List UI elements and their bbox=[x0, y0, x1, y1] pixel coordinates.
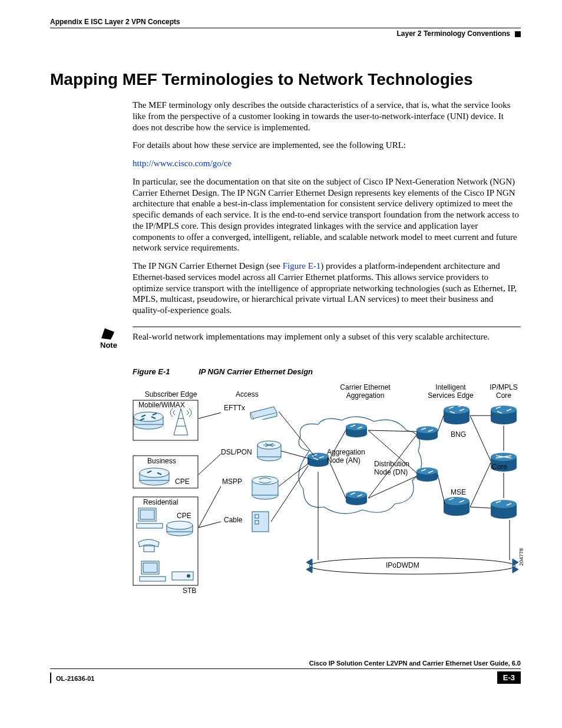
svg-line-61 bbox=[199, 454, 221, 475]
svg-line-79 bbox=[470, 507, 491, 508]
para-text: The IP NGN Carrier Ethernet Design (see bbox=[133, 261, 283, 271]
note-icon-column: Note bbox=[50, 327, 133, 350]
svg-line-77 bbox=[470, 416, 491, 461]
footer-guide-title: Cisco IP Solution Center L2VPN and Carri… bbox=[50, 660, 521, 667]
lbl-ipodwdm: IPoDWDM bbox=[386, 561, 419, 569]
figure-id-number: 204778 bbox=[518, 548, 524, 566]
figure-number: Figure E-1 bbox=[133, 367, 170, 376]
footer-rule bbox=[50, 668, 521, 669]
footer-page-number: E-3 bbox=[497, 671, 521, 684]
figure-diagram: Subscriber Edge Access Carrier Ethernet … bbox=[133, 383, 521, 619]
svg-line-75 bbox=[438, 475, 445, 504]
note-label: Note bbox=[100, 341, 133, 350]
note-block: Note Real-world network implementations … bbox=[50, 327, 521, 350]
svg-line-67 bbox=[271, 466, 308, 522]
paragraph: In particular, see the documentation on … bbox=[133, 176, 521, 253]
svg-line-60 bbox=[199, 413, 221, 419]
header-rule bbox=[50, 28, 521, 28]
svg-line-69 bbox=[330, 463, 346, 498]
footer-ol-number: OL-21636-01 bbox=[56, 675, 94, 682]
url-link[interactable]: http://www.cisco.com/go/ce bbox=[133, 158, 521, 169]
header-right: Layer 2 Terminology Conventions bbox=[50, 29, 521, 38]
svg-line-65 bbox=[281, 451, 309, 459]
note-body: Real-world network implementations may i… bbox=[133, 327, 521, 342]
svg-line-63 bbox=[199, 522, 221, 528]
figure-title: IP NGN Carrier Ethernet Design bbox=[199, 367, 313, 376]
svg-line-73 bbox=[368, 476, 416, 498]
svg-line-64 bbox=[279, 411, 315, 457]
paragraph: The MEF terminology only describes the o… bbox=[133, 100, 521, 133]
figure-ref-link[interactable]: Figure E-1 bbox=[283, 261, 321, 271]
svg-line-70 bbox=[368, 430, 416, 431]
paragraph: The IP NGN Carrier Ethernet Design (see … bbox=[133, 261, 521, 316]
pencil-icon bbox=[100, 327, 118, 340]
document-page: Appendix E ISC Layer 2 VPN Concepts Laye… bbox=[0, 0, 562, 701]
paragraph: For details about how these service are … bbox=[133, 140, 521, 151]
section-title: Mapping MEF Terminologies to Network Tec… bbox=[50, 70, 521, 89]
body-text: The MEF terminology only describes the o… bbox=[133, 100, 521, 316]
svg-line-78 bbox=[470, 463, 491, 507]
svg-line-62 bbox=[199, 486, 221, 528]
page-footer: Cisco IP Solution Center L2VPN and Carri… bbox=[50, 660, 521, 684]
cisco-ce-link[interactable]: http://www.cisco.com/go/ce bbox=[133, 159, 232, 168]
figure-caption: Figure E-1 IP NGN Carrier Ethernet Desig… bbox=[133, 367, 521, 376]
appendix-header: Appendix E ISC Layer 2 VPN Concepts bbox=[50, 18, 521, 26]
svg-line-74 bbox=[438, 416, 444, 431]
svg-line-66 bbox=[279, 463, 309, 486]
svg-line-68 bbox=[330, 430, 346, 459]
